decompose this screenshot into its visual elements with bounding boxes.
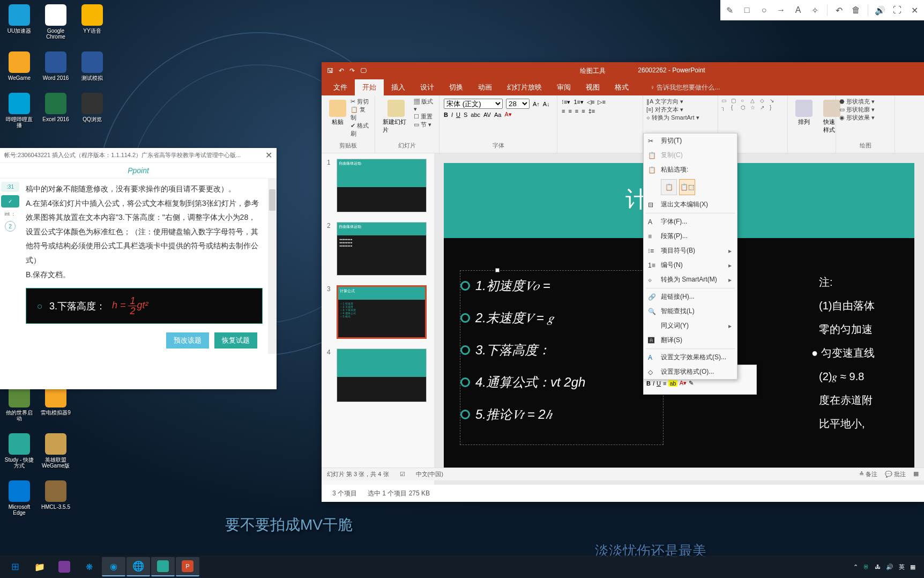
taskbar-file-explorer[interactable]: 📁 — [28, 557, 51, 576]
slide-text-placeholder[interactable]: 1.初速度𝑉𝑜 = 2.末速度𝑉 = 𝑔 3.下落高度： 4.通算公式：vt 2… — [460, 270, 664, 445]
taskbar-app[interactable] — [53, 557, 76, 576]
fullscreen-icon[interactable]: ⛶ — [892, 5, 903, 16]
ctx-hyperlink[interactable]: 🔗超链接(H)... — [644, 290, 737, 304]
shapes-gallery[interactable]: ▭▢○△◇↘ ┐{⬡☆↗} — [721, 98, 784, 110]
circle-icon[interactable]: ○ — [759, 5, 770, 16]
resize-handle[interactable] — [495, 268, 500, 272]
indent-inc-icon[interactable]: ▷≡ — [598, 99, 605, 106]
tab-file[interactable]: 文件 — [326, 79, 355, 95]
desktop-icon[interactable]: Word 2016 — [41, 51, 71, 81]
slide-thumbnail[interactable]: 1 自由落体运动 — [327, 159, 429, 212]
tab-design[interactable]: 设计 — [413, 79, 442, 95]
undo-icon[interactable]: ↶ — [834, 5, 845, 16]
normal-view-icon[interactable]: ▦ — [913, 470, 919, 478]
spacing-icon[interactable]: AV — [483, 112, 491, 118]
line-spacing-icon[interactable]: ‡≡ — [588, 108, 595, 114]
ctx-bullets[interactable]: ⁝≡项目符号(B)▸ — [644, 243, 737, 258]
spell-check-icon[interactable]: ☑ — [400, 471, 405, 478]
tab-transitions[interactable]: 切换 — [442, 79, 471, 95]
undo-icon[interactable]: ↶ — [339, 67, 344, 75]
status-badge[interactable]: ✓ — [1, 195, 19, 208]
slide-line-text[interactable]: 2.末速度𝑉 = 𝑔 — [475, 309, 554, 327]
tray-volume-icon[interactable]: 🔊 — [886, 564, 893, 570]
tab-animations[interactable]: 动画 — [471, 79, 500, 95]
pp-titlebar[interactable]: 🖫 ↶ ↷ 🖵 绘图工具 26002262 - PowerPoint — [322, 62, 924, 79]
slide-line-text[interactable]: 3.下落高度： — [475, 342, 550, 359]
desktop-icon[interactable]: 哔哩哔哩直播 — [4, 93, 34, 128]
underline-icon[interactable]: U — [657, 380, 661, 387]
align-right-icon[interactable]: ≡ — [575, 108, 578, 114]
underline-icon[interactable]: U — [456, 112, 460, 118]
shrink-font-icon[interactable]: A↓ — [543, 101, 550, 107]
taskbar-app[interactable]: ◉ — [102, 557, 125, 576]
desktop-icon[interactable]: 他的世界启动 — [4, 386, 34, 421]
ctx-translate[interactable]: 🅰翻译(S) — [644, 333, 737, 347]
grow-font-icon[interactable]: A↑ — [533, 101, 540, 107]
slide-thumbnail[interactable]: 2 自由落体运动●●●●●●●●●●●●●●●●●●●●●●●● — [327, 222, 429, 276]
smartart-button[interactable]: ⟐ 转换为 SmartArt ▾ — [646, 114, 714, 122]
cut-button[interactable]: ✂ 剪切 — [351, 98, 371, 106]
tray-network-icon[interactable]: 🖧 — [875, 564, 881, 570]
tray-ime[interactable]: 英 — [899, 563, 905, 571]
desktop-icon[interactable]: 雷电模拟器9 — [41, 386, 71, 421]
align-center-icon[interactable]: ≡ — [568, 108, 571, 114]
preview-button[interactable]: 预改该题 — [166, 332, 209, 349]
arrow-icon[interactable]: → — [776, 5, 786, 16]
tab-review[interactable]: 审阅 — [549, 79, 578, 95]
tray-shield-icon[interactable]: ⛨ — [863, 564, 869, 570]
desktop-icon[interactable]: UU加速器 — [4, 4, 34, 40]
section-button[interactable]: ▭ 节 ▾ — [414, 121, 436, 129]
trash-icon[interactable]: 🗑 — [851, 5, 862, 16]
taskbar-powerpoint[interactable]: P — [176, 557, 199, 576]
reset-button[interactable]: ☐ 重置 — [414, 113, 436, 121]
save-icon[interactable]: 🖫 — [327, 67, 333, 75]
rect-icon[interactable]: □ — [742, 5, 752, 16]
align-text-button[interactable]: [≡] 对齐文本 ▾ — [646, 106, 714, 114]
ctx-cut[interactable]: ✂剪切(T) — [644, 134, 737, 148]
step-badge[interactable]: 2 — [5, 221, 16, 232]
taskbar-app[interactable]: ❋ — [77, 557, 101, 576]
ctx-paragraph[interactable]: ≡段落(P)... — [644, 229, 737, 243]
indent-dec-icon[interactable]: ◁≡ — [587, 99, 594, 106]
italic-icon[interactable]: I — [653, 380, 654, 387]
desktop-icon[interactable]: 测试模拟 — [77, 51, 107, 81]
copy-button[interactable]: 📋 复制 — [351, 106, 371, 122]
tab-slideshow[interactable]: 幻灯片放映 — [500, 79, 549, 95]
bold-icon[interactable]: B — [646, 380, 651, 387]
desktop-icon[interactable]: Excel 2016 — [41, 93, 71, 128]
bullets-icon[interactable]: ⁝≡▾ — [562, 99, 570, 106]
align-icon[interactable]: ≡ — [663, 380, 666, 387]
tab-insert[interactable]: 插入 — [384, 79, 413, 95]
desktop-icon[interactable]: YY语音 — [77, 4, 107, 40]
italic-icon[interactable]: I — [451, 112, 453, 118]
speaker-icon[interactable]: 🔊 — [875, 5, 885, 16]
tab-home[interactable]: 开始 — [355, 79, 384, 95]
shadow-icon[interactable]: abc — [471, 112, 480, 118]
desktop-icon[interactable]: 英雄联盟WeGame版 — [41, 433, 71, 469]
font-name-select[interactable]: 宋体 (正文) — [444, 99, 503, 109]
scrollbar[interactable] — [268, 179, 277, 354]
font-color-icon[interactable]: A▾ — [504, 111, 511, 118]
numbering-icon[interactable]: 1≡▾ — [573, 99, 584, 106]
ctx-text-effects[interactable]: A设置文字效果格式(S)... — [644, 350, 737, 365]
new-slide-button[interactable]: 新建幻灯片 — [378, 98, 414, 136]
paste-picture[interactable]: 📋⬚ — [679, 179, 695, 195]
redo-icon[interactable]: ↷ — [349, 67, 355, 75]
slide-line-text[interactable]: 1.初速度𝑉𝑜 = — [475, 277, 550, 294]
tab-format[interactable]: 格式 — [607, 79, 636, 95]
ctx-shape-format[interactable]: ◇设置形状格式(O)... — [644, 365, 737, 379]
slide-line-text[interactable]: 4.通算公式：vt 2gh — [475, 374, 585, 391]
slide-notes-text[interactable]: 注: (1)自由落体 零的匀加速 ● 匀变速直线 (2)𝑔 ≈ 9.8 度在赤道… — [819, 270, 875, 445]
ctx-synonyms[interactable]: 同义词(Y)▸ — [644, 318, 737, 333]
close-icon[interactable]: ✕ — [909, 5, 920, 16]
justify-icon[interactable]: ≡ — [582, 108, 585, 114]
slide-thumbnail[interactable]: 3 计算公式○ 1.初速度○ 2.末速度○ 3.下落高度○ 4.通算公式○ 5.… — [327, 285, 429, 339]
align-left-icon[interactable]: ≡ — [562, 108, 565, 114]
desktop-icon[interactable]: HMCL-3.5.5 — [41, 480, 71, 516]
paste-button[interactable]: 粘贴 — [325, 98, 351, 138]
present-icon[interactable]: 🖵 — [360, 67, 367, 75]
slide-line-text[interactable]: 5.推论𝑉𝑡 = 2ℎ — [475, 406, 552, 423]
arrange-button[interactable]: 排列 — [791, 98, 817, 136]
format-painter-button[interactable]: ✔ 格式刷 — [351, 122, 371, 138]
paste-keep-formatting[interactable]: 📋 — [661, 179, 677, 195]
